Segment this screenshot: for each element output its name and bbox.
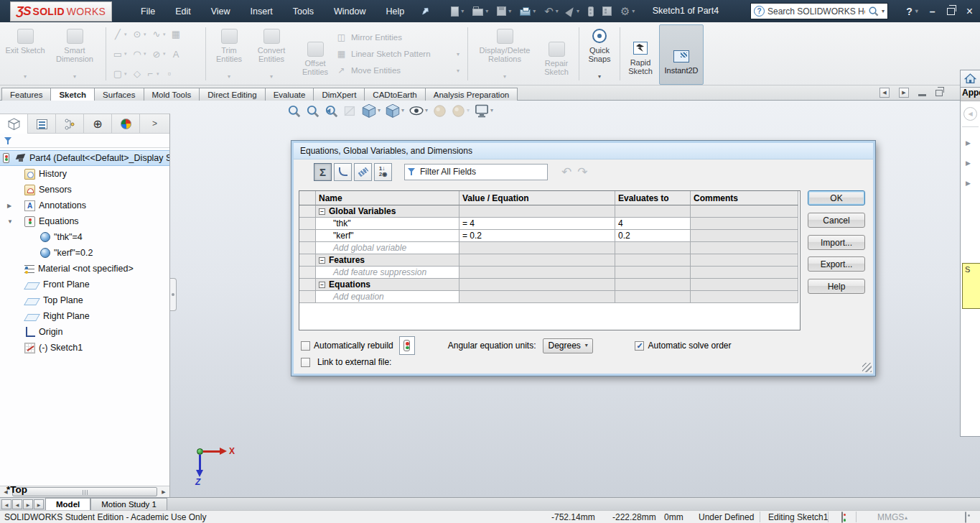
tab-sketch[interactable]: Sketch	[50, 88, 95, 101]
first-study-icon[interactable]: ◀	[1, 499, 11, 509]
model-tab[interactable]: Model	[45, 498, 90, 510]
add-equation-cell[interactable]: Add equation	[316, 291, 459, 303]
help-menu-button[interactable]: ?▾	[906, 6, 918, 17]
tab-configurationmanager[interactable]	[56, 114, 84, 134]
tab-evaluate[interactable]: Evaluate	[265, 88, 314, 101]
cell-kerf-comments[interactable]	[691, 230, 798, 242]
filter-all-fields-box[interactable]	[404, 164, 548, 180]
previous-view-button[interactable]	[325, 104, 338, 118]
tab-dimxpertmanager[interactable]: ⊕	[84, 114, 112, 134]
cell-thk-value[interactable]: = 4	[459, 218, 615, 230]
task-pane-home-tab[interactable]	[961, 70, 980, 88]
close-button[interactable]: ×	[966, 6, 973, 17]
minimize-button[interactable]: –	[930, 6, 935, 17]
next-pane-icon[interactable]: ▶	[899, 88, 909, 98]
tab-features[interactable]: Features	[1, 88, 51, 101]
panel-collapse-handle[interactable]	[170, 278, 177, 311]
expand-arrow-icon[interactable]: ▶	[7, 203, 11, 209]
restore-button[interactable]	[947, 8, 955, 15]
group-row-features[interactable]: −Features	[316, 254, 459, 267]
row-selector[interactable]	[299, 267, 316, 279]
task-pane-swatch[interactable]: S	[962, 263, 980, 309]
pin-menu-icon[interactable]	[420, 6, 430, 17]
ok-button[interactable]: OK	[808, 190, 865, 205]
row-selector[interactable]	[299, 254, 316, 267]
tree-item-origin[interactable]: Origin	[0, 324, 169, 340]
row-selector[interactable]	[299, 242, 316, 254]
row-selector[interactable]	[299, 218, 316, 230]
view-settings-button[interactable]: ▾	[475, 103, 493, 118]
dimension-view-button[interactable]	[354, 163, 372, 181]
equation-view-button[interactable]: Σ	[314, 163, 332, 181]
tab-analysis-preparation[interactable]: Analysis Preparation	[425, 88, 518, 101]
row-selector[interactable]	[299, 230, 316, 242]
scroll-thumb[interactable]	[12, 487, 157, 496]
export-button[interactable]: Export...	[808, 256, 865, 272]
cell-thk-name[interactable]: "thk"	[316, 218, 459, 230]
sketch-equation-view-button[interactable]	[334, 163, 352, 181]
filter-input[interactable]	[420, 167, 544, 177]
automatically-rebuild-checkbox[interactable]	[301, 341, 310, 351]
quick-snaps-button[interactable]: Quick Snaps ▾	[583, 24, 616, 83]
row-selector[interactable]	[299, 205, 316, 218]
import-button[interactable]: Import...	[808, 235, 865, 250]
resize-grip[interactable]	[862, 363, 872, 372]
tree-item-history[interactable]: History	[0, 166, 169, 182]
tree-item-equations[interactable]: ▼ Equations	[0, 213, 169, 229]
add-global-variable-cell[interactable]: Add global variable	[316, 242, 459, 254]
previous-study-icon[interactable]: ◀	[12, 499, 22, 509]
zoom-to-area-button[interactable]	[306, 104, 319, 118]
task-pane-expand-item[interactable]: ▶	[961, 133, 980, 153]
hide-show-items-button[interactable]: ▾	[409, 103, 428, 118]
previous-pane-icon[interactable]: ◀	[879, 88, 890, 98]
last-study-icon[interactable]: ▶	[34, 499, 44, 509]
display-style-button[interactable]: ▾	[386, 103, 404, 118]
collapse-box-icon[interactable]: −	[319, 257, 325, 264]
tree-root-part4[interactable]: Part4 (Default<<Default>_Display S	[0, 150, 169, 166]
task-pane-expand-item[interactable]: ▶	[961, 173, 980, 193]
tree-item-top-plane[interactable]: Top Plane	[0, 292, 169, 308]
doc-restore-icon[interactable]	[935, 90, 943, 96]
tree-item-annotations[interactable]: ▶ Annotations	[0, 198, 169, 213]
cell-thk-comments[interactable]	[691, 218, 798, 230]
menu-tools[interactable]: Tools	[283, 4, 324, 19]
ordered-view-button[interactable]: 1↓ 2◉	[374, 163, 392, 181]
angular-units-dropdown[interactable]: Degrees ▾	[543, 338, 593, 353]
column-header-evaluates[interactable]: Evaluates to	[615, 191, 691, 205]
tree-item-sensors[interactable]: Sensors	[0, 182, 169, 198]
zoom-to-fit-button[interactable]	[287, 104, 301, 118]
row-selector[interactable]	[299, 279, 316, 291]
tree-item-material[interactable]: Material <not specified>	[0, 261, 169, 277]
column-header-value[interactable]: Value / Equation	[459, 191, 615, 205]
tree-item-thk[interactable]: "thk"=4	[0, 229, 169, 245]
tree-item-right-plane[interactable]: Right Plane	[0, 308, 169, 324]
help-search-box[interactable]: ? ▾	[750, 3, 888, 19]
tree-item-kerf[interactable]: "kerf"=0.2	[0, 245, 169, 261]
menu-window[interactable]: Window	[324, 4, 375, 19]
tree-item-sketch1[interactable]: (-) Sketch1	[0, 340, 169, 356]
tab-dimxpert[interactable]: DimXpert	[313, 88, 365, 101]
tab-displaymanager[interactable]	[112, 114, 140, 134]
dialog-title-bar[interactable]: Equations, Global Variables, and Dimensi…	[294, 143, 873, 159]
tab-cadtoearth[interactable]: CADtoEarth	[364, 88, 425, 101]
collapse-arrow-icon[interactable]: ▼	[7, 218, 13, 225]
motion-study-tab[interactable]: Motion Study 1	[90, 498, 167, 510]
filter-funnel-icon[interactable]	[4, 136, 13, 145]
tag-icon[interactable]	[965, 512, 966, 523]
tab-mold-tools[interactable]: Mold Tools	[144, 88, 200, 101]
column-header-name[interactable]: Name	[316, 191, 459, 205]
search-input[interactable]	[767, 6, 865, 17]
cancel-button[interactable]: Cancel	[808, 213, 865, 228]
scroll-right-icon[interactable]: ▶	[158, 486, 169, 497]
view-orientation-button[interactable]: ▾	[362, 103, 381, 118]
add-feature-suppression-cell[interactable]: Add feature suppression	[316, 267, 459, 279]
menu-edit[interactable]: Edit	[165, 4, 201, 19]
group-row-equations[interactable]: −Equations	[316, 279, 459, 291]
automatic-solve-order-checkbox[interactable]: ✓	[635, 341, 644, 351]
menu-help[interactable]: Help	[376, 4, 415, 19]
tab-direct-editing[interactable]: Direct Editing	[199, 88, 265, 101]
print-button[interactable]: ▾	[518, 5, 538, 17]
menu-view[interactable]: View	[201, 4, 241, 19]
help-button[interactable]: Help	[808, 279, 865, 294]
task-pane-expand-item[interactable]: ▶	[961, 153, 980, 173]
